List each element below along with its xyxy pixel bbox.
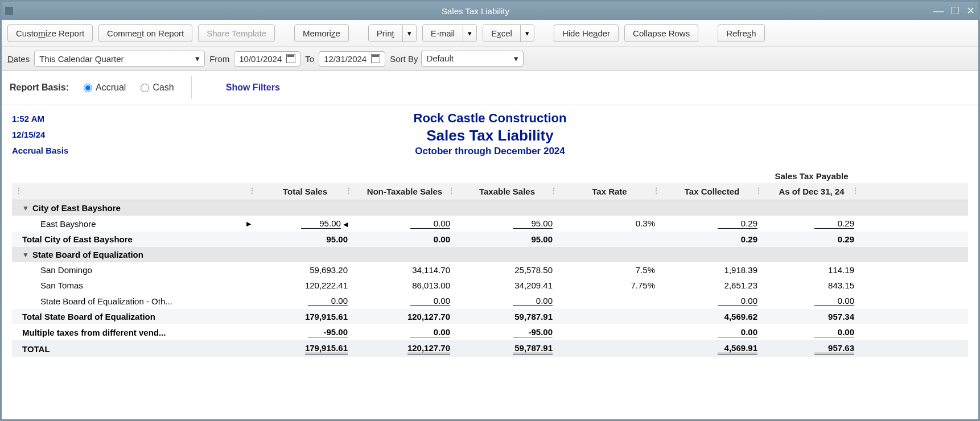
cell-rate: 7.5% (615, 265, 655, 275)
cell-total: 179,915.61 (305, 312, 348, 321)
print-dropdown[interactable]: ▾ (402, 25, 416, 42)
cell-total: 59,693.20 (308, 265, 348, 275)
chevron-down-icon: ▾ (514, 53, 518, 64)
email-split-button[interactable]: E-mail ▾ (422, 24, 477, 42)
cell-taxable: 34,209.41 (513, 280, 553, 290)
accrual-radio-input[interactable] (84, 84, 92, 92)
report-meta: 1:52 AM 12/15/24 Accrual Basis (12, 111, 137, 159)
cell-total: 95.00 (301, 218, 341, 229)
system-menu-icon[interactable] (5, 7, 13, 15)
col-tax-rate[interactable]: Tax Rate (558, 187, 661, 196)
total-row-state-board[interactable]: Total State Board of Equalization 179,91… (12, 309, 968, 324)
calendar-icon[interactable] (286, 54, 295, 63)
row-label: Multiple taxes from different vend... (22, 328, 166, 337)
memorize-button[interactable]: Memorize (294, 24, 349, 42)
to-date-value: 12/31/2024 (324, 54, 367, 64)
email-button[interactable]: E-mail (423, 25, 463, 42)
cell-payable: 0.00 (814, 327, 854, 337)
cell-taxable: 95.00 (513, 218, 553, 229)
toolbar-main: Customize Report Comment on Report Share… (2, 20, 978, 47)
comment-on-report-button[interactable]: Comment on Report (98, 24, 192, 42)
report-table: Sales Tax Payable Total Sales Non-Taxabl… (12, 169, 968, 357)
hide-header-button[interactable]: Hide Header (554, 24, 619, 42)
col-total-sales[interactable]: Total Sales (257, 187, 353, 196)
cash-radio-input[interactable] (141, 84, 149, 92)
cash-radio-label: Cash (153, 82, 174, 93)
excel-split-button[interactable]: Excel ▾ (483, 24, 534, 42)
cell-payable: 957.34 (814, 312, 854, 321)
row-label: San Tomas (40, 280, 83, 290)
chevron-down-icon: ▼ (22, 251, 29, 259)
print-split-button[interactable]: Print ▾ (368, 24, 417, 42)
data-row-multiple-vendors[interactable]: Multiple taxes from different vend... -9… (12, 324, 968, 340)
data-row-east-bayshore[interactable]: East Bayshore ▶ 95.00 ◀ 0.00 95.00 0.3% … (12, 216, 968, 232)
cell-collected: 0.00 (718, 327, 757, 337)
sortby-select[interactable]: Default ▾ (421, 51, 524, 67)
share-template-button: Share Template (198, 24, 275, 42)
report-body: 1:52 AM 12/15/24 Accrual Basis Rock Cast… (2, 105, 978, 419)
cell-total: 95.00 (308, 234, 348, 244)
row-label: Total City of East Bayshore (22, 234, 133, 244)
toolbar-dates: Dates This Calendar Quarter ▾ From 10/01… (2, 47, 978, 71)
cell-non: 86,013.00 (410, 280, 450, 290)
show-filters-link[interactable]: Show Filters (226, 82, 280, 93)
cell-non: 0.00 (410, 296, 450, 306)
cell-payable: 957.63 (814, 343, 854, 354)
cell-taxable: -95.00 (513, 327, 553, 337)
cell-taxable: 25,578.50 (513, 265, 553, 275)
accrual-radio-label: Accrual (96, 82, 126, 93)
chevron-down-icon: ▾ (195, 53, 200, 64)
cell-collected: 4,569.91 (718, 343, 757, 354)
cell-payable: 843.15 (814, 280, 854, 290)
report-top: 1:52 AM 12/15/24 Accrual Basis Rock Cast… (12, 111, 968, 159)
print-button[interactable]: Print (369, 25, 402, 42)
report-basis-label: Report Basis: (10, 82, 69, 93)
col-tax-collected[interactable]: Tax Collected (661, 187, 763, 196)
chevron-down-icon: ▼ (22, 204, 29, 212)
report-header: Rock Castle Construction Sales Tax Liabi… (137, 111, 843, 159)
triangle-left-icon: ◀ (343, 221, 348, 228)
report-time: 1:52 AM (12, 111, 137, 127)
dates-label: Dates (7, 54, 30, 64)
cell-taxable: 59,787.91 (513, 312, 553, 321)
table-super-header: Sales Tax Payable (12, 169, 968, 183)
from-label: From (209, 54, 229, 64)
cell-non: 34,114.70 (410, 265, 450, 275)
email-dropdown[interactable]: ▾ (463, 25, 476, 42)
collapse-rows-button[interactable]: Collapse Rows (624, 24, 698, 42)
cell-taxable: 95.00 (513, 234, 553, 244)
refresh-button[interactable]: Refresh (718, 24, 765, 42)
row-label: State Board of Equalization - Oth... (40, 296, 172, 306)
table-column-header: Total Sales Non-Taxable Sales Taxable Sa… (12, 183, 968, 200)
report-window: Sales Tax Liability — ☐ ✕ Customize Repo… (0, 0, 980, 421)
dates-select[interactable]: This Calendar Quarter ▾ (34, 51, 205, 67)
row-label: Total State Board of Equalization (22, 312, 155, 321)
sortby-value: Default (426, 53, 454, 64)
col-non-taxable[interactable]: Non-Taxable Sales (353, 187, 456, 196)
total-row-east-bayshore[interactable]: Total City of East Bayshore 95.00 0.00 9… (12, 232, 968, 247)
cell-non: 0.00 (410, 218, 450, 229)
cash-radio[interactable]: Cash (141, 82, 174, 93)
calendar-icon[interactable] (371, 54, 380, 63)
excel-dropdown[interactable]: ▾ (520, 25, 534, 42)
col-taxable[interactable]: Taxable Sales (456, 187, 558, 196)
close-icon[interactable]: ✕ (966, 6, 975, 16)
cell-collected: 0.29 (718, 234, 757, 244)
to-date-input[interactable]: 12/31/2024 (319, 51, 385, 67)
cell-payable: 0.29 (814, 218, 854, 229)
excel-button[interactable]: Excel (483, 25, 520, 42)
grand-total-row[interactable]: TOTAL 179,915.61 120,127.70 59,787.91 4,… (12, 340, 968, 357)
minimize-icon[interactable]: — (933, 6, 944, 16)
data-row-state-board-other[interactable]: State Board of Equalization - Oth... 0.0… (12, 293, 968, 309)
col-as-of[interactable]: As of Dec 31, 24 (763, 187, 860, 196)
customize-report-button[interactable]: Customize Report (7, 24, 93, 42)
accrual-radio[interactable]: Accrual (84, 82, 126, 93)
from-date-input[interactable]: 10/01/2024 (234, 51, 300, 67)
group-row-state-board[interactable]: ▼ State Board of Equalization (12, 247, 968, 262)
data-row-san-domingo[interactable]: San Domingo 59,693.20 34,114.70 25,578.5… (12, 262, 968, 278)
cell-non: 120,127.70 (407, 343, 450, 354)
cell-rate: 0.3% (615, 218, 655, 228)
group-row-east-bayshore[interactable]: ▼ City of East Bayshore (12, 200, 968, 216)
data-row-san-tomas[interactable]: San Tomas 120,222.41 86,013.00 34,209.41… (12, 278, 968, 293)
maximize-icon[interactable]: ☐ (950, 6, 960, 16)
